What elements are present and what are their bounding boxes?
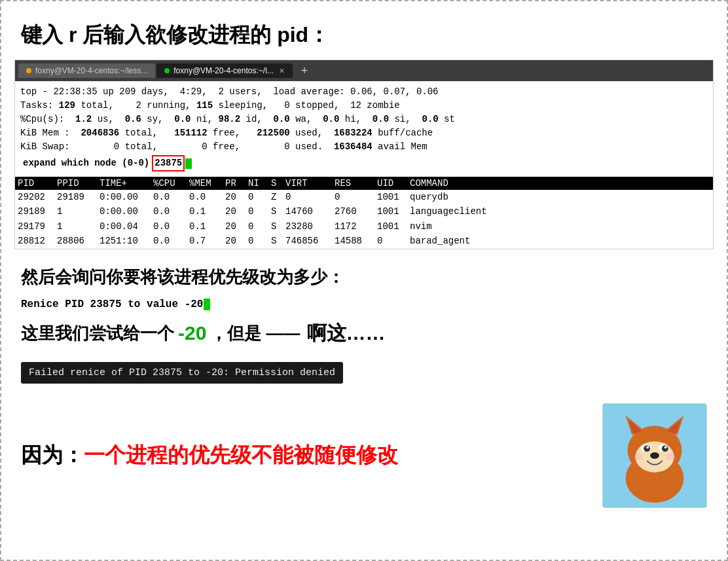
tab1-dot xyxy=(26,68,31,73)
bottom-red-text: 一个进程的优先级不能被随便修改 xyxy=(84,443,398,467)
cpu-2: 0.0 xyxy=(153,204,189,219)
ppid-4: 28806 xyxy=(57,234,100,248)
terminal-tab-2[interactable]: foxny@VM-20-4-centos:~/l... ✕ xyxy=(156,63,293,78)
svg-point-16 xyxy=(666,454,675,460)
table-row: 29202 29189 0:00.00 0.0 0.0 20 0 Z 0 0 1… xyxy=(18,190,710,204)
col-header-s: S xyxy=(271,178,285,189)
col-header-res: RES xyxy=(335,178,377,189)
ni-4: 0 xyxy=(248,234,271,248)
col-header-virt: VIRT xyxy=(285,178,335,189)
virt-1: 0 xyxy=(285,190,335,204)
res-4: 14588 xyxy=(335,234,377,248)
tab2-close[interactable]: ✕ xyxy=(279,67,285,75)
terminal-line-4: KiB Mem : 2046836 total, 151112 free, 21… xyxy=(20,126,708,140)
cpu-si: 0.0 xyxy=(373,114,389,124)
terminal-wrapper: foxny@VM-20-4-centos:~/less... foxny@VM-… xyxy=(14,60,714,249)
s-2: S xyxy=(271,204,285,219)
table-row: 28812 28806 1251:10 0.0 0.7 20 0 S 74685… xyxy=(18,234,710,248)
col-header-pid: PID xyxy=(18,178,57,189)
mem-1: 0.0 xyxy=(189,190,225,204)
cpu-ni: 0.0 xyxy=(174,114,191,124)
terminal-tabs: foxny@VM-20-4-centos:~/less... foxny@VM-… xyxy=(15,60,713,81)
desc-mid: ，但是 —— xyxy=(210,322,300,345)
svg-point-13 xyxy=(664,446,667,448)
col-header-cpu: %CPU xyxy=(153,178,189,189)
res-3: 1172 xyxy=(335,219,377,234)
mem-3: 0.1 xyxy=(189,219,225,234)
expand-label: expand which node (0-0) xyxy=(23,156,149,170)
bottom-text: 因为：一个进程的优先级不能被随便修改 xyxy=(21,441,589,470)
expand-value: 23875 xyxy=(152,155,185,172)
description-line: 这里我们尝试给一个 -20 ，但是 —— 啊这…… xyxy=(21,320,707,347)
mem-4: 0.7 xyxy=(189,234,225,248)
cpu-wa: 0.0 xyxy=(274,114,290,124)
cpu-3: 0.0 xyxy=(153,219,189,234)
col-header-mem: %MEM xyxy=(189,178,225,189)
res-2: 2760 xyxy=(335,204,377,219)
terminal-cursor-2 xyxy=(204,299,210,310)
process-table-header: PID PPID TIME+ %CPU %MEM PR NI S VIRT RE… xyxy=(15,177,713,190)
time-2: 0:00.00 xyxy=(100,204,153,219)
error-message: Failed renice of PID 23875 to -20: Permi… xyxy=(21,362,343,384)
shiba-image xyxy=(602,403,707,508)
tasks-total: 129 xyxy=(59,100,75,111)
pr-4: 20 xyxy=(225,234,248,248)
terminal-tab-1[interactable]: foxny@VM-20-4-centos:~/less... xyxy=(18,63,155,78)
s-1: Z xyxy=(271,190,285,204)
new-tab-button[interactable]: + xyxy=(297,64,312,78)
mem-cache: 1683224 xyxy=(334,128,373,138)
cpu-hi: 0.0 xyxy=(323,114,339,124)
renice-label: Renice PID 23875 to value -20 xyxy=(21,299,203,310)
ppid-2: 1 xyxy=(57,204,100,219)
cmd-3: nvim xyxy=(410,219,710,234)
cpu-us: 1.2 xyxy=(75,114,92,124)
time-1: 0:00.00 xyxy=(100,190,153,204)
ni-1: 0 xyxy=(248,190,271,204)
uid-1: 1001 xyxy=(377,190,410,204)
mem-2: 0.1 xyxy=(189,204,225,219)
section2-title: 然后会询问你要将该进程优先级改为多少： xyxy=(21,266,707,289)
renice-line: Renice PID 23875 to value -20 xyxy=(21,299,707,310)
col-header-ppid: PPID xyxy=(57,178,100,189)
mem-total: 2046836 xyxy=(81,128,119,138)
table-row: 29179 1 0:00.04 0.0 0.1 20 0 S 23280 117… xyxy=(18,219,710,234)
desc-funny: 啊这…… xyxy=(307,320,386,347)
virt-4: 746856 xyxy=(285,234,335,248)
expand-line: expand which node (0-0) 23875 xyxy=(20,154,708,173)
terminal-line-2: Tasks: 129 total, 2 running, 115 sleepin… xyxy=(20,99,708,113)
pid-2: 29189 xyxy=(18,204,57,219)
col-header-uid: UID xyxy=(377,178,410,189)
cmd-2: languageclient xyxy=(410,204,710,219)
col-header-time: TIME+ xyxy=(100,178,153,189)
cmd-1: querydb xyxy=(410,190,710,204)
tab1-label: foxny@VM-20-4-centos:~/less... xyxy=(35,66,147,75)
pr-2: 20 xyxy=(225,204,248,219)
bottom-section: 因为：一个进程的优先级不能被随便修改 xyxy=(21,403,707,508)
process-rows: 29202 29189 0:00.00 0.0 0.0 20 0 Z 0 0 1… xyxy=(15,190,713,249)
tab2-label: foxny@VM-20-4-centos:~/l... xyxy=(173,66,274,75)
pr-3: 20 xyxy=(225,219,248,234)
virt-2: 14760 xyxy=(285,204,335,219)
svg-point-14 xyxy=(650,452,659,459)
s-4: S xyxy=(271,234,285,248)
terminal-cursor-1 xyxy=(185,158,192,169)
ni-2: 0 xyxy=(248,204,271,219)
col-header-ni: NI xyxy=(248,178,271,189)
pid-1: 29202 xyxy=(18,190,57,204)
cpu-4: 0.0 xyxy=(153,234,189,248)
tasks-sleeping: 115 xyxy=(196,100,213,111)
desc-neg20: -20 xyxy=(178,322,206,344)
cpu-1: 0.0 xyxy=(153,190,189,204)
col-header-command: COMMAND xyxy=(410,178,710,189)
res-1: 0 xyxy=(335,190,377,204)
ni-3: 0 xyxy=(248,219,271,234)
swap-avail: 1636484 xyxy=(334,141,373,152)
uid-2: 1001 xyxy=(377,204,410,219)
terminal-line-1: top - 22:38:35 up 209 days, 4:29, 2 user… xyxy=(20,85,708,99)
time-3: 0:00.04 xyxy=(100,219,153,234)
terminal-body: top - 22:38:35 up 209 days, 4:29, 2 user… xyxy=(15,81,713,177)
uid-4: 0 xyxy=(377,234,410,248)
time-4: 1251:10 xyxy=(100,234,153,248)
terminal-line-5: KiB Swap: 0 total, 0 free, 0 used. 16364… xyxy=(20,140,708,154)
mem-used: 212500 xyxy=(257,128,289,138)
